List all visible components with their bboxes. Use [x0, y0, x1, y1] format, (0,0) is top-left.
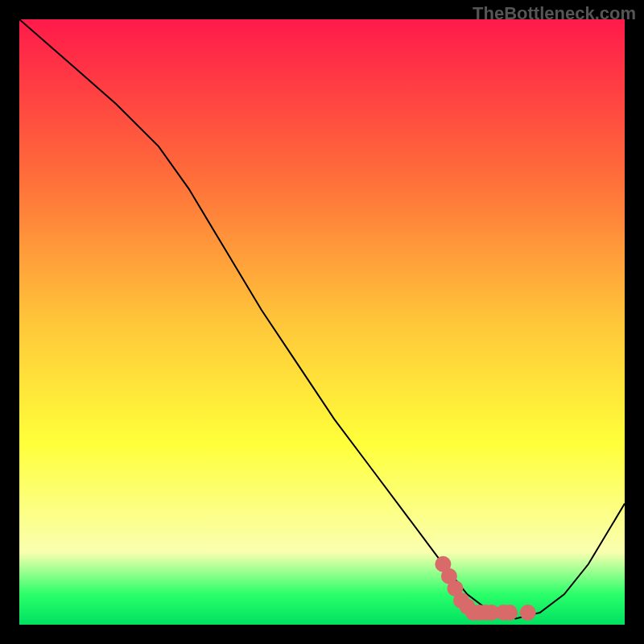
highlight-point: [520, 605, 536, 621]
highlight-point: [502, 605, 518, 621]
chart-background-gradient: [19, 19, 625, 625]
bottleneck-chart: [19, 19, 625, 625]
watermark-text: TheBottleneck.com: [473, 3, 636, 24]
